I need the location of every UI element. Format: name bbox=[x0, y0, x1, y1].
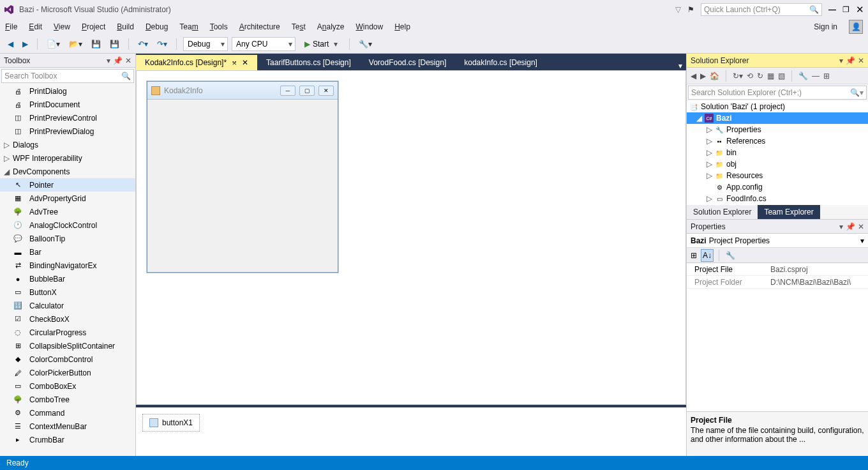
toolbox-item[interactable]: ◫PrintPreviewControl bbox=[0, 111, 135, 125]
tree-project[interactable]: ◢C#Bazi bbox=[687, 112, 868, 124]
tab-taarifbuttons[interactable]: TaarifButtons.cs [Design] bbox=[257, 55, 360, 70]
properties-object-selector[interactable]: Bazi Project Properties ▾ bbox=[687, 234, 868, 248]
sync-icon[interactable]: ↻▾ bbox=[733, 72, 743, 80]
form-minimize-button[interactable]: ─ bbox=[280, 86, 296, 96]
save-button[interactable]: 💾 bbox=[89, 38, 103, 50]
toolbox-item[interactable]: 🕐AnalogClockControl bbox=[0, 218, 135, 232]
back-button[interactable]: ◀ bbox=[5, 38, 16, 50]
toolbox-item[interactable]: ⇄BindingNavigatorEx bbox=[0, 259, 135, 272]
close-icon[interactable]: ✕ bbox=[125, 56, 131, 65]
form-maximize-button[interactable]: ▢ bbox=[299, 86, 315, 96]
toolbox-group[interactable]: ▷WPF Interoperability bbox=[0, 151, 135, 165]
fwd-icon[interactable]: ▶ bbox=[700, 72, 706, 80]
tab-overflow-icon[interactable]: ▾ bbox=[675, 61, 686, 70]
design-surface[interactable]: Kodak2Info ─ ▢ ✕ bbox=[136, 70, 686, 405]
notify-icon[interactable]: ⚑ bbox=[687, 5, 694, 14]
refresh2-icon[interactable]: ↻ bbox=[757, 72, 763, 80]
find-button[interactable]: 🔧▾ bbox=[356, 38, 375, 50]
solution-explorer-search[interactable]: Search Solution Explorer (Ctrl+;) 🔍▾ bbox=[688, 86, 867, 100]
menu-build[interactable]: Build bbox=[117, 22, 134, 31]
new-project-button[interactable]: 📄▾ bbox=[44, 38, 63, 50]
showall-icon[interactable]: ▧ bbox=[778, 72, 785, 80]
pin-icon[interactable]: 📌 bbox=[113, 56, 123, 65]
toolbox-item[interactable]: 🖉ColorPickerButton bbox=[0, 366, 135, 379]
tree-node[interactable]: ▷📁bin bbox=[687, 147, 868, 158]
toolbox-item[interactable]: 🖨PrintDocument bbox=[0, 98, 135, 111]
toolbox-item[interactable]: 🔢Calculator bbox=[0, 299, 135, 312]
property-row[interactable]: Project FileBazi.csproj bbox=[687, 263, 868, 276]
tab-kodakinfo[interactable]: kodakInfo.cs [Design] bbox=[455, 55, 546, 70]
minimize-button[interactable]: — bbox=[828, 5, 836, 14]
component-buttonx1[interactable]: buttonX1 bbox=[142, 414, 200, 432]
tree-solution[interactable]: 📑Solution 'Bazi' (1 project) bbox=[687, 101, 868, 112]
filter-icon[interactable]: ▽ bbox=[675, 5, 681, 14]
alphabetical-icon[interactable]: A↓ bbox=[701, 249, 714, 262]
preview-icon[interactable]: — bbox=[812, 72, 819, 80]
tab-team-explorer[interactable]: Team Explorer bbox=[758, 205, 819, 219]
view-icon[interactable]: ⊞ bbox=[823, 72, 830, 80]
config-combo[interactable]: Debug bbox=[183, 37, 228, 51]
close-icon[interactable]: ✕ bbox=[858, 222, 864, 231]
toolbox-item[interactable]: ▦AdvPropertyGrid bbox=[0, 192, 135, 205]
toolbox-item[interactable]: ◌CircularProgress bbox=[0, 326, 135, 339]
form-close-button[interactable]: ✕ bbox=[318, 86, 334, 96]
undo-button[interactable]: ↶▾ bbox=[135, 38, 151, 50]
save-all-button[interactable]: 💾 bbox=[107, 38, 122, 50]
toolbox-search[interactable]: Search Toolbox 🔍 bbox=[1, 69, 134, 83]
tab-kodak2info[interactable]: Kodak2Info.cs [Design]* ⤧ ✕ bbox=[136, 55, 257, 70]
home-icon[interactable]: 🏠 bbox=[710, 72, 719, 80]
close-icon[interactable]: ✕ bbox=[242, 58, 248, 67]
maximize-button[interactable]: ❐ bbox=[842, 5, 849, 14]
tab-vorodfood[interactable]: VorodFood.cs [Design] bbox=[360, 55, 455, 70]
menu-test[interactable]: Test bbox=[292, 22, 306, 31]
toolbox-item[interactable]: ◆ColorCombControl bbox=[0, 352, 135, 366]
toolbox-item[interactable]: ◫PrintPreviewDialog bbox=[0, 125, 135, 138]
menu-architecture[interactable]: Architecture bbox=[239, 22, 280, 31]
toolbox-item[interactable]: ▭ButtonX bbox=[0, 285, 135, 299]
menu-help[interactable]: Help bbox=[394, 22, 410, 31]
back-icon[interactable]: ◀ bbox=[691, 72, 696, 80]
pin-icon[interactable]: 📌 bbox=[846, 56, 855, 65]
toolbox-item[interactable]: ▬Bar bbox=[0, 245, 135, 259]
menu-project[interactable]: Project bbox=[82, 22, 105, 31]
quick-launch-input[interactable]: Quick Launch (Ctrl+Q) 🔍 bbox=[701, 3, 822, 16]
tree-node[interactable]: ▷▪▪References bbox=[687, 135, 868, 147]
toolbox-item[interactable]: ●BubbleBar bbox=[0, 272, 135, 285]
toolbox-item[interactable]: ⊞CollapsibleSplitContainer bbox=[0, 339, 135, 352]
toolbox-item[interactable]: ☑CheckBoxX bbox=[0, 312, 135, 326]
avatar[interactable]: 👤 bbox=[849, 20, 863, 34]
toolbox-item[interactable]: ▸CrumbBar bbox=[0, 433, 135, 446]
dropdown-icon[interactable]: ▾ bbox=[839, 222, 843, 231]
close-icon[interactable]: ✕ bbox=[858, 56, 864, 65]
menu-tools[interactable]: Tools bbox=[210, 22, 228, 31]
toolbox-item[interactable]: 🌳ComboTree bbox=[0, 393, 135, 406]
toolbox-item[interactable]: ⚙Command bbox=[0, 406, 135, 420]
toolbox-item[interactable]: 🌳AdvTree bbox=[0, 205, 135, 218]
close-button[interactable]: ✕ bbox=[856, 4, 864, 15]
menu-window[interactable]: Window bbox=[355, 22, 383, 31]
platform-combo[interactable]: Any CPU bbox=[232, 37, 296, 51]
menu-team[interactable]: Team bbox=[179, 22, 198, 31]
toolbox-item[interactable]: ▭ComboBoxEx bbox=[0, 379, 135, 393]
menu-view[interactable]: View bbox=[54, 22, 70, 31]
property-row[interactable]: Project FolderD:\NCM\Bazi\Bazi\Bazi\ bbox=[687, 276, 868, 289]
menu-analyze[interactable]: Analyze bbox=[317, 22, 345, 31]
property-pages-icon[interactable]: 🔧 bbox=[724, 250, 737, 261]
pin-icon[interactable]: ⤧ bbox=[232, 59, 237, 66]
toolbox-item[interactable]: 🖨PrintDialog bbox=[0, 84, 135, 98]
toolbox-item[interactable]: ☰ContextMenuBar bbox=[0, 420, 135, 433]
menu-file[interactable]: File bbox=[5, 22, 17, 31]
dropdown-icon[interactable]: ▾ bbox=[839, 56, 843, 65]
tree-node[interactable]: ⚙App.config bbox=[687, 181, 868, 193]
start-button[interactable]: ▶Start▾ bbox=[299, 37, 343, 51]
refresh-icon[interactable]: ⟲ bbox=[747, 72, 753, 80]
properties-icon[interactable]: 🔧 bbox=[798, 72, 808, 80]
tree-node[interactable]: ▷▭FoodInfo.cs bbox=[687, 193, 868, 204]
toolbox-group[interactable]: ▷Dialogs bbox=[0, 138, 135, 151]
tree-node[interactable]: ▷📁obj bbox=[687, 158, 868, 170]
categorized-icon[interactable]: ⊞ bbox=[689, 250, 698, 261]
sign-in-link[interactable]: Sign in bbox=[814, 22, 837, 31]
tree-node[interactable]: ▷📁Resources bbox=[687, 170, 868, 181]
collapse-icon[interactable]: ▦ bbox=[767, 72, 774, 80]
dropdown-icon[interactable]: ▾ bbox=[107, 56, 110, 65]
